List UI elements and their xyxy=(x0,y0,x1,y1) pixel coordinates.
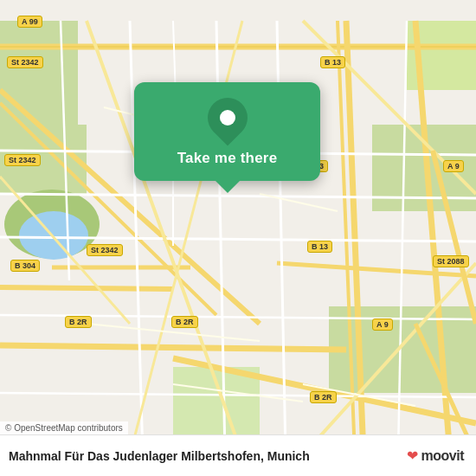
svg-rect-6 xyxy=(173,367,260,436)
road-badge-a99: A 99 xyxy=(17,16,42,28)
road-badge-a9_1: A 9 xyxy=(443,160,464,172)
road-badge-st2342_1: St 2342 xyxy=(7,56,43,68)
road-badge-a9_2: A 9 xyxy=(372,318,393,331)
map-attribution: © OpenStreetMap contributors xyxy=(0,421,128,434)
road-badge-b13_1: B 13 xyxy=(320,56,345,68)
road-badge-b304: B 304 xyxy=(10,260,40,272)
bottom-bar: Mahnmal Für Das Judenlager Milbertshofen… xyxy=(0,434,476,476)
location-pin-icon xyxy=(206,98,249,141)
road-badge-b2r_2: B 2R xyxy=(171,316,198,328)
take-me-there-button[interactable]: Take me there xyxy=(177,150,278,167)
svg-rect-0 xyxy=(0,21,78,125)
map-container: A 99St 2342St 2342St 2342B 13B 13B 13A 9… xyxy=(0,0,476,476)
road-badge-b13_3: B 13 xyxy=(307,241,332,253)
road-badge-st2342_3: St 2342 xyxy=(87,244,123,256)
svg-line-15 xyxy=(0,287,173,289)
location-title: Mahnmal Für Das Judenlager Milbertshofen… xyxy=(9,449,407,463)
road-badge-st2342_2: St 2342 xyxy=(4,154,41,166)
moovit-logo: ❤ moovit xyxy=(407,447,464,464)
moovit-heart-icon: ❤ xyxy=(407,447,418,464)
road-badge-b2r_1: B 2R xyxy=(65,316,92,328)
map-roads-svg xyxy=(0,0,476,476)
road-badge-b2r_3: B 2R xyxy=(310,391,337,403)
svg-line-16 xyxy=(0,345,346,350)
road-badge-st2088: St 2088 xyxy=(433,255,469,267)
moovit-brand-text: moovit xyxy=(421,448,464,464)
popup-card: Take me there xyxy=(134,82,320,181)
